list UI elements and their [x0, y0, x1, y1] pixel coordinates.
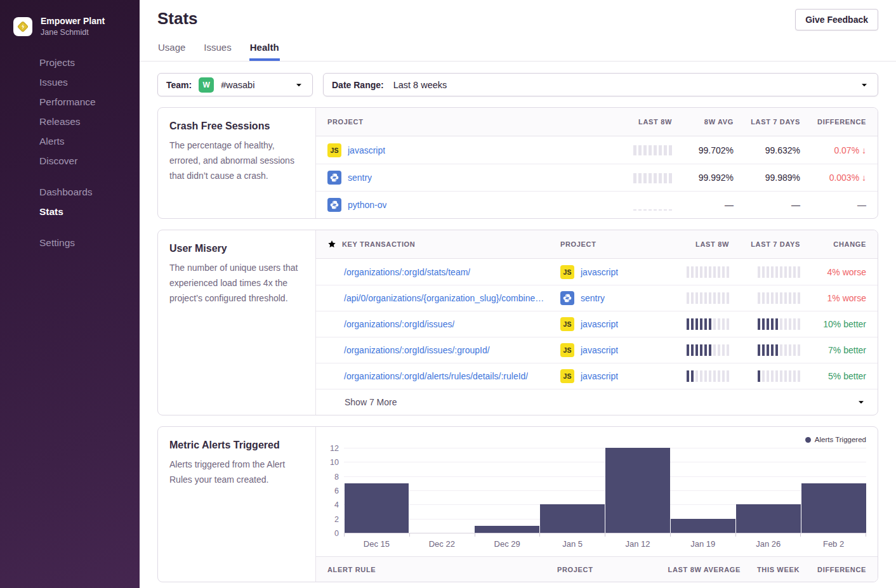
tab-health[interactable]: Health	[249, 42, 280, 61]
table-header: Key Transaction Project Last 8W Last 7 D…	[316, 230, 878, 259]
star-icon[interactable]	[327, 345, 338, 355]
sidebar-item-discover[interactable]: Discover	[0, 154, 140, 168]
team-value: #wasabi	[221, 80, 254, 90]
star-icon[interactable]	[327, 371, 338, 381]
table-body: JS javascript 99.702% 99.632% 0.07% ↓ se…	[316, 136, 878, 218]
table-row: /api/0/organizations/{organization_slug}…	[316, 285, 878, 311]
change-value: 4% worse	[800, 267, 866, 277]
sidebar-item-label: Stats	[39, 206, 63, 218]
star-icon[interactable]	[327, 293, 338, 303]
project-link[interactable]: python-ov	[348, 200, 386, 210]
last-8w-score-bar	[661, 344, 729, 356]
sidebar-nav: Projects Issues Performance Releases Ale…	[0, 56, 140, 250]
project-link[interactable]: javascript	[581, 345, 618, 355]
tab-usage[interactable]: Usage	[157, 42, 186, 61]
javascript-icon: JS	[560, 369, 574, 383]
project-link[interactable]: javascript	[581, 319, 618, 329]
bar-slot	[670, 448, 735, 533]
javascript-icon: JS	[560, 317, 574, 331]
org-switcher[interactable]: Empower Plant Jane Schmidt	[0, 16, 140, 37]
key-transaction-cell: /organizations/:orgId/issues/:groupId/	[327, 345, 560, 355]
sidebar-item-projects[interactable]: Projects	[0, 56, 140, 70]
tab-issues[interactable]: Issues	[203, 42, 232, 61]
sidebar-item-releases[interactable]: Releases	[0, 115, 140, 129]
table-row: /organizations/:orgId/stats/team/ JS jav…	[316, 259, 878, 285]
transaction-link[interactable]: /api/0/organizations/{organization_slug}…	[344, 293, 544, 303]
x-tick-label: Jan 12	[605, 539, 671, 549]
bar-slot	[540, 448, 605, 533]
project-link[interactable]: sentry	[581, 293, 605, 303]
table-row: /organizations/:orgId/alerts/rules/detai…	[316, 363, 878, 389]
project-cell: JS javascript	[560, 369, 661, 383]
last-7-days-score-bar	[729, 266, 800, 278]
key-transaction-cell: /organizations/:orgId/issues/	[327, 319, 560, 329]
bar-slot	[605, 448, 671, 533]
last-7-days-score-bar	[729, 292, 800, 304]
sidebar-item-issues[interactable]: Issues	[0, 75, 140, 89]
org-name: Empower Plant	[41, 16, 105, 27]
panel-subtitle: The number of unique users that experien…	[169, 261, 304, 306]
bar-slot	[735, 448, 801, 533]
crash-free-table: Project Last 8W 8W Avg Last 7 Days Diffe…	[316, 108, 878, 218]
last-8w-score-bar	[661, 292, 729, 304]
team-selector[interactable]: Team: W #wasabi	[157, 73, 313, 96]
chevron-down-icon	[294, 80, 304, 90]
table-header: Project Last 8W 8W Avg Last 7 Days Diffe…	[316, 108, 878, 136]
project-link[interactable]: javascript	[348, 145, 385, 155]
user-misery-table: Key Transaction Project Last 8W Last 7 D…	[316, 230, 878, 415]
bar	[671, 519, 735, 533]
table-row: python-ov — — —	[316, 191, 878, 218]
transaction-link[interactable]: /organizations/:orgId/stats/team/	[344, 267, 470, 277]
metric-alerts-chart-area: Alerts Triggered 024681012 Dec 15Dec 22D…	[316, 427, 878, 582]
table-row: sentry 99.992% 99.989% 0.003% ↓	[316, 164, 878, 191]
bar-slot	[475, 448, 540, 533]
col-alert-rule: Alert Rule	[327, 566, 557, 573]
transaction-link[interactable]: /organizations/:orgId/issues/	[344, 319, 454, 329]
sidebar-item-label: Settings	[39, 237, 75, 249]
project-cell: JS javascript	[560, 317, 661, 331]
page-content: Team: W #wasabi Date Range: Last 8 weeks…	[140, 62, 896, 588]
sidebar-item-label: Releases	[39, 116, 81, 127]
col-difference: Difference	[800, 566, 866, 573]
sidebar-item-alerts[interactable]: Alerts	[0, 134, 140, 148]
col-last7days: Last 7 Days	[734, 118, 800, 126]
avg-value: 99.992%	[672, 173, 734, 183]
project-cell: JS javascript	[560, 265, 661, 279]
page-title: Stats	[157, 9, 878, 29]
project-link[interactable]: javascript	[581, 371, 618, 381]
star-icon[interactable]	[327, 319, 338, 329]
sidebar-item-performance[interactable]: Performance	[0, 95, 140, 109]
last-7-days-score-bar	[729, 344, 800, 356]
sidebar-item-label: Issues	[39, 77, 68, 88]
last-7-days-score-bar	[729, 370, 800, 382]
clear-date-icon[interactable]	[841, 80, 851, 90]
show-more-label: Show 7 More	[345, 397, 397, 407]
avg-value: —	[672, 200, 734, 210]
transaction-link[interactable]: /organizations/:orgId/alerts/rules/detai…	[344, 371, 528, 381]
org-logo	[13, 17, 32, 36]
sidebar-item-dashboards[interactable]: Dashboards	[0, 185, 140, 199]
bar	[605, 448, 670, 533]
javascript-icon: JS	[560, 265, 574, 279]
list-icon	[327, 397, 338, 407]
org-user: Jane Schmidt	[41, 27, 105, 37]
python-icon	[327, 171, 341, 185]
show-more-row[interactable]: Show 7 More	[316, 389, 878, 415]
table-row: JS javascript 99.702% 99.632% 0.07% ↓	[316, 136, 878, 164]
give-feedback-button[interactable]: Give Feedback	[795, 9, 878, 30]
project-cell: JS javascript	[560, 343, 661, 357]
sidebar-item-label: Performance	[39, 96, 96, 108]
project-link[interactable]: javascript	[581, 267, 618, 277]
bar-slot	[801, 448, 866, 533]
star-icon[interactable]	[327, 267, 338, 277]
date-range-selector[interactable]: Date Range: Last 8 weeks	[323, 73, 878, 96]
sidebar-item-settings[interactable]: Settings	[0, 236, 140, 250]
col-project: Project	[560, 240, 661, 248]
sidebar-item-stats[interactable]: Stats	[0, 205, 140, 219]
col-8w-avg: 8W Avg	[672, 118, 734, 126]
transaction-link[interactable]: /organizations/:orgId/issues/:groupId/	[344, 345, 490, 355]
crash-free-description: Crash Free Sessions The percentage of he…	[158, 108, 316, 218]
bar	[736, 504, 801, 533]
last-8w-sparkline	[614, 145, 672, 155]
project-link[interactable]: sentry	[348, 173, 372, 183]
